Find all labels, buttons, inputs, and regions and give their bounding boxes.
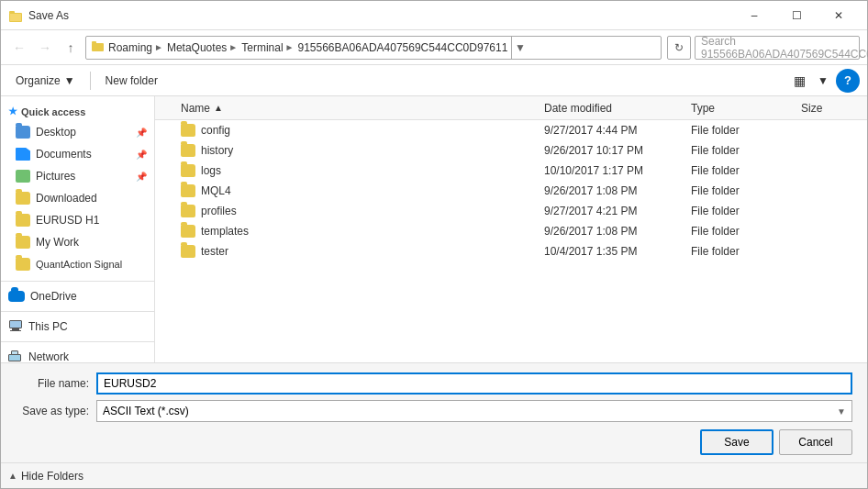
downloaded-folder-icon (16, 192, 30, 205)
savetype-dropdown-icon: ▼ (837, 406, 846, 417)
sidebar-divider-2 (1, 311, 154, 312)
organize-arrow-icon: ▼ (64, 74, 75, 87)
window-icon (8, 8, 23, 23)
back-button[interactable]: ← (8, 37, 30, 59)
savetype-row: Save as type: ASCII Text (*.csv) ▼ (16, 400, 852, 422)
save-button[interactable]: Save (700, 429, 773, 455)
sidebar-item-quantaction[interactable]: QuantAction Signal (1, 253, 154, 275)
new-folder-button[interactable]: New folder (98, 69, 165, 93)
quick-access-header: ★ Quick access (1, 102, 154, 121)
sidebar-item-documents[interactable]: Documents 📌 (1, 143, 154, 165)
search-box[interactable]: Search 915566BA06ADA407569C544CC0D... 🔍 (695, 36, 860, 60)
view-toggle-button[interactable]: ▦ (788, 70, 810, 92)
bottom-buttons: Save Cancel (16, 429, 852, 455)
col-header-type[interactable]: Type (684, 96, 794, 119)
svg-rect-4 (92, 41, 96, 44)
sidebar-item-thispc[interactable]: This PC (1, 316, 154, 338)
title-bar: Save As – ☐ ✕ (1, 1, 867, 30)
sidebar-item-network[interactable]: Network (1, 346, 154, 362)
file-name-cell: templates (173, 221, 537, 241)
sidebar-item-pictures[interactable]: Pictures 📌 (1, 165, 154, 187)
folder-icon (181, 144, 195, 157)
sidebar-item-downloaded[interactable]: Downloaded (1, 187, 154, 209)
file-name-cell: profiles (173, 201, 537, 221)
sidebar-item-mywork[interactable]: My Work (1, 231, 154, 253)
path-segment-guid: 915566BA06ADA407569C544CC0D97611 (297, 41, 507, 54)
file-type-cell: File folder (684, 140, 794, 161)
window: Save As – ☐ ✕ ← → ↑ Roaming ► MetaQuotes (0, 0, 868, 489)
file-name-cell: tester (173, 241, 537, 261)
address-path[interactable]: Roaming ► MetaQuotes ► Terminal ► 915566… (85, 36, 662, 60)
file-size-cell (794, 241, 867, 261)
toolbar-separator (90, 72, 91, 90)
path-segment-terminal: Terminal ► (241, 41, 294, 54)
file-type-cell: File folder (684, 120, 794, 140)
close-button[interactable]: ✕ (818, 1, 860, 30)
pictures-icon (16, 170, 30, 183)
new-folder-label: New folder (106, 74, 158, 87)
bottom-panel: File name: Save as type: ASCII Text (*.c… (1, 362, 867, 462)
table-row[interactable]: templates 9/26/2017 1:08 PM File folder (155, 221, 867, 241)
maximize-button[interactable]: ☐ (775, 1, 818, 30)
savetype-select[interactable]: ASCII Text (*.csv) ▼ (96, 400, 852, 422)
file-list-header: Name ▲ Date modified Type Size (155, 96, 867, 120)
table-row[interactable]: logs 10/10/2017 1:17 PM File folder (155, 161, 867, 181)
quantaction-folder-icon (16, 258, 30, 271)
refresh-button[interactable]: ↻ (667, 36, 691, 60)
title-bar-buttons: – ☐ ✕ (733, 1, 860, 30)
view-dropdown-button[interactable]: ▼ (812, 70, 834, 92)
search-placeholder: Search 915566BA06ADA407569C544CC0D... (701, 35, 868, 61)
sidebar: ★ Quick access Desktop 📌 Documents 📌 Pic… (1, 96, 155, 362)
svg-rect-3 (92, 43, 104, 51)
col-header-date[interactable]: Date modified (537, 96, 684, 119)
chevron-up-icon: ▲ (8, 471, 17, 481)
folder-icon (181, 184, 195, 197)
file-type-cell: File folder (684, 221, 794, 241)
help-button[interactable]: ? (836, 69, 860, 93)
file-size-cell (794, 161, 867, 181)
minimize-button[interactable]: – (733, 1, 775, 30)
col-header-size[interactable]: Size (794, 96, 867, 119)
table-row[interactable]: profiles 9/27/2017 4:21 PM File folder (155, 201, 867, 221)
cancel-button[interactable]: Cancel (779, 429, 852, 455)
path-segment-roaming: Roaming ► (108, 41, 163, 54)
table-row[interactable]: history 9/26/2017 10:17 PM File folder (155, 140, 867, 161)
sidebar-item-desktop[interactable]: Desktop 📌 (1, 121, 154, 143)
desktop-folder-icon (16, 126, 30, 139)
col-header-name[interactable]: Name ▲ (173, 96, 537, 119)
folder-icon (181, 124, 195, 137)
toolbar: Organize ▼ New folder ▦ ▼ ? (1, 65, 867, 96)
file-type-cell: File folder (684, 241, 794, 261)
pc-icon (8, 320, 23, 333)
star-icon: ★ (8, 106, 17, 117)
sidebar-item-onedrive[interactable]: OneDrive (1, 285, 154, 307)
view-options: ▦ ▼ ? (788, 69, 860, 93)
file-name-cell: config (173, 120, 537, 140)
table-row[interactable]: tester 10/4/2017 1:35 PM File folder (155, 241, 867, 261)
forward-button[interactable]: → (34, 37, 56, 59)
sidebar-item-eurusd[interactable]: EURUSD H1 (1, 209, 154, 231)
file-name-cell: logs (173, 161, 537, 181)
file-date-cell: 9/26/2017 1:08 PM (537, 181, 684, 201)
sort-arrow-icon: ▲ (214, 103, 223, 113)
folder-icon (181, 245, 195, 258)
filename-input[interactable] (96, 372, 852, 395)
file-date-cell: 10/10/2017 1:17 PM (537, 161, 684, 181)
svg-rect-2 (10, 14, 21, 21)
file-type-cell: File folder (684, 201, 794, 221)
file-date-cell: 9/27/2017 4:21 PM (537, 201, 684, 221)
path-dropdown-arrow[interactable]: ▼ (511, 36, 528, 60)
address-bar: ← → ↑ Roaming ► MetaQuotes ► Terminal ► (1, 30, 867, 65)
table-row[interactable]: config 9/27/2017 4:44 PM File folder (155, 120, 867, 140)
file-name-cell: MQL4 (173, 181, 537, 201)
file-size-cell (794, 201, 867, 221)
savetype-label: Save as type: (16, 405, 89, 417)
table-row[interactable]: MQL4 9/26/2017 1:08 PM File folder (155, 181, 867, 201)
sidebar-divider-3 (1, 341, 154, 342)
main-content: ★ Quick access Desktop 📌 Documents 📌 Pic… (1, 96, 867, 362)
file-date-cell: 10/4/2017 1:35 PM (537, 241, 684, 261)
hide-folders-button[interactable]: ▲ Hide Folders (1, 462, 867, 488)
network-icon (8, 350, 23, 362)
organize-button[interactable]: Organize ▼ (8, 69, 83, 93)
up-button[interactable]: ↑ (60, 37, 82, 59)
